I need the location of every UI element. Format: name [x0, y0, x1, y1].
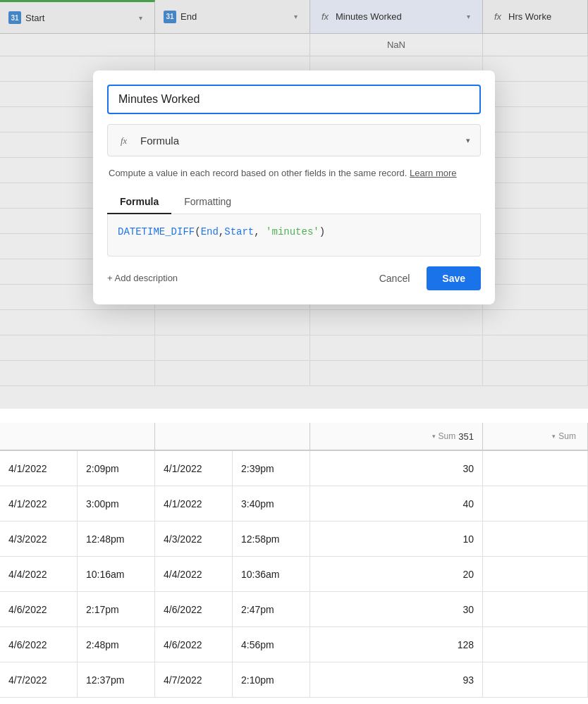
fx-badge-modal: fx [118, 132, 135, 149]
table-row: 4/1/2022 2:09pm 4/1/2022 2:39pm 30 [0, 451, 588, 486]
minutes-cell: 20 [310, 557, 483, 591]
sum-triangle-hrs: ▾ [552, 433, 556, 440]
sum-row: ▾ Sum 351 ▾ Sum [0, 423, 588, 451]
add-description-link[interactable]: + Add description [107, 273, 178, 283]
table-row: 4/7/2022 12:37pm 4/7/2022 2:10pm 93 [0, 662, 588, 698]
learn-more-link[interactable]: Learn more [410, 168, 456, 178]
field-type-dropdown-arrow: ▾ [466, 136, 470, 145]
start-time-cell: 2:48pm [78, 627, 155, 662]
hrs-cell [483, 592, 588, 626]
start-time-cell: 2:09pm [78, 451, 155, 486]
start-date-cell: 4/6/2022 [0, 592, 78, 626]
end-time-cell: 2:47pm [233, 592, 310, 626]
formula-arg-unit: 'minutes' [266, 226, 319, 237]
hrs-cell [483, 557, 588, 591]
start-time-cell: 10:16am [78, 557, 155, 591]
table-row: 4/6/2022 2:48pm 4/6/2022 4:56pm 128 [0, 627, 588, 662]
table-row: 4/6/2022 2:17pm 4/6/2022 2:47pm 30 [0, 592, 588, 627]
start-date-cell: 4/3/2022 [0, 521, 78, 556]
sum-minutes-value: 351 [458, 431, 474, 442]
field-type-selector[interactable]: fx Formula ▾ [107, 124, 481, 156]
end-time-cell: 2:10pm [233, 662, 310, 697]
footer-buttons: Cancel Save [368, 266, 481, 290]
svg-text:fx: fx [121, 136, 127, 146]
end-date-cell: 4/4/2022 [155, 557, 233, 591]
field-editor-modal: fx Formula ▾ Compute a value in each rec… [93, 70, 495, 304]
sum-end [155, 423, 310, 450]
minutes-cell: 40 [310, 486, 483, 521]
modal-footer: + Add description Cancel Save [107, 266, 481, 290]
end-time-cell: 3:40pm [233, 486, 310, 521]
formula-editor[interactable]: DATETIME_DIFF(End,Start, 'minutes') [107, 214, 481, 257]
sum-hrs: ▾ Sum [483, 423, 588, 450]
start-date-cell: 4/4/2022 [0, 557, 78, 591]
field-type-label: Formula [140, 135, 466, 147]
table-row: 4/1/2022 3:00pm 4/1/2022 3:40pm 40 [0, 486, 588, 521]
cancel-button[interactable]: Cancel [368, 267, 422, 290]
start-date-cell: 4/6/2022 [0, 627, 78, 662]
end-time-cell: 10:36am [233, 557, 310, 591]
end-date-cell: 4/6/2022 [155, 627, 233, 662]
field-description: Compute a value in each record based on … [107, 166, 481, 180]
formula-tabs: Formula Formatting [107, 190, 481, 214]
end-date-cell: 4/1/2022 [155, 486, 233, 521]
hrs-cell [483, 662, 588, 697]
tab-formatting[interactable]: Formatting [171, 190, 244, 214]
minutes-cell: 128 [310, 627, 483, 662]
minutes-cell: 30 [310, 451, 483, 486]
start-date-cell: 4/7/2022 [0, 662, 78, 697]
sum-minutes: ▾ Sum 351 [310, 423, 483, 450]
hrs-cell [483, 486, 588, 521]
start-date-cell: 4/1/2022 [0, 486, 78, 521]
minutes-cell: 93 [310, 662, 483, 697]
tab-formula[interactable]: Formula [107, 190, 171, 214]
end-time-cell: 12:58pm [233, 521, 310, 556]
sum-label-hrs: Sum [558, 431, 576, 441]
sum-label-minutes: Sum [439, 431, 456, 441]
end-date-cell: 4/7/2022 [155, 662, 233, 697]
start-date-cell: 4/1/2022 [0, 451, 78, 486]
formula-arg-start: Start [224, 226, 254, 237]
table-row: 4/3/2022 12:48pm 4/3/2022 12:58pm 10 [0, 521, 588, 557]
data-rows: 4/1/2022 2:09pm 4/1/2022 2:39pm 30 4/1/2… [0, 451, 588, 698]
formula-arg-end: End [201, 226, 219, 237]
start-time-cell: 2:17pm [78, 592, 155, 626]
start-time-cell: 12:48pm [78, 521, 155, 556]
table-row: 4/4/2022 10:16am 4/4/2022 10:36am 20 [0, 557, 588, 592]
save-button[interactable]: Save [427, 266, 481, 290]
start-time-cell: 3:00pm [78, 486, 155, 521]
minutes-cell: 30 [310, 592, 483, 626]
minutes-cell: 10 [310, 521, 483, 556]
hrs-cell [483, 521, 588, 556]
start-time-cell: 12:37pm [78, 662, 155, 697]
end-date-cell: 4/6/2022 [155, 592, 233, 626]
sum-triangle-minutes: ▾ [432, 433, 436, 440]
formula-function-name: DATETIME_DIFF [118, 226, 195, 237]
end-date-cell: 4/3/2022 [155, 521, 233, 556]
field-name-input[interactable] [107, 85, 481, 114]
hrs-cell [483, 627, 588, 662]
end-time-cell: 4:56pm [233, 627, 310, 662]
hrs-cell [483, 451, 588, 486]
end-time-cell: 2:39pm [233, 451, 310, 486]
modal-overlay: fx Formula ▾ Compute a value in each rec… [0, 0, 588, 409]
end-date-cell: 4/1/2022 [155, 451, 233, 486]
sum-start [0, 423, 155, 450]
